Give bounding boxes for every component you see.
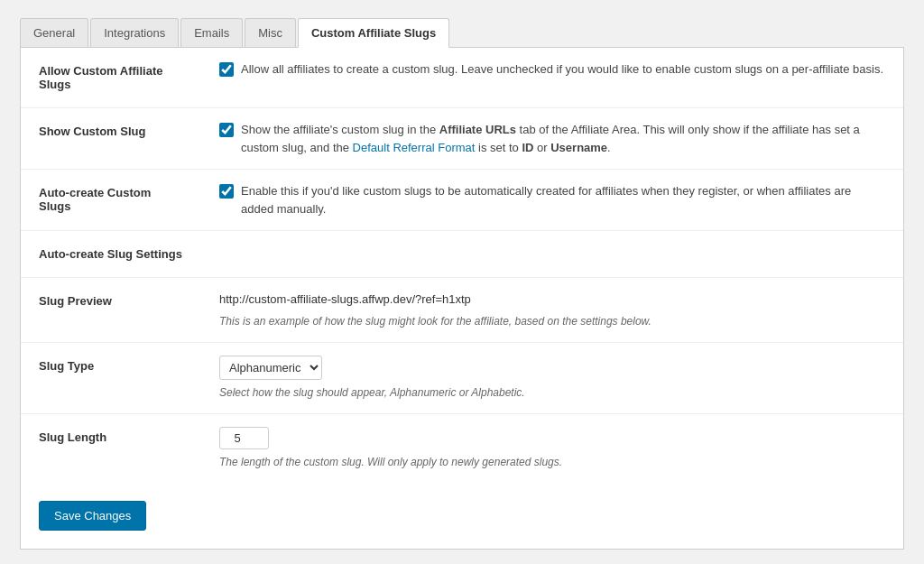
label-slug-preview: Slug Preview (21, 278, 201, 343)
nav-tabs: General Integrations Emails Misc Custom … (20, 18, 904, 48)
label-auto-create-settings: Auto-create Slug Settings (21, 231, 201, 278)
default-referral-format-link[interactable]: Default Referral Format (353, 141, 476, 154)
slug-length-input-wrap (219, 427, 885, 449)
auto-create-desc: Enable this if you'd like custom slugs t… (241, 182, 885, 217)
label-show-custom-slug: Show Custom Slug (21, 108, 201, 170)
row-auto-create-settings: Auto-create Slug Settings (21, 231, 903, 278)
settings-wrap: General Integrations Emails Misc Custom … (20, 18, 904, 550)
label-auto-create: Auto-create Custom Slugs (21, 170, 201, 231)
label-slug-type: Slug Type (21, 343, 201, 414)
slug-length-desc: The length of the custom slug. Will only… (219, 454, 885, 470)
username-bold: Username (550, 141, 607, 154)
save-changes-button[interactable]: Save Changes (39, 501, 146, 531)
cell-slug-type: Alphanumeric Alphabetic Select how the s… (201, 343, 903, 414)
tab-general[interactable]: General (20, 18, 88, 47)
slug-preview-desc: This is an example of how the slug might… (219, 315, 651, 328)
cell-auto-create: Enable this if you'd like custom slugs t… (201, 170, 903, 231)
cell-auto-create-settings (201, 231, 903, 278)
checkbox-row-auto-create: Enable this if you'd like custom slugs t… (219, 182, 885, 217)
tab-emails[interactable]: Emails (180, 18, 243, 47)
tab-misc[interactable]: Misc (245, 18, 296, 47)
settings-table: Allow Custom Affiliate Slugs Allow all a… (21, 48, 903, 483)
settings-panel: Allow Custom Affiliate Slugs Allow all a… (20, 48, 904, 550)
cell-slug-preview: http://custom-affiliate-slugs.affwp.dev/… (201, 278, 903, 343)
show-custom-slug-desc: Show the affiliate's custom slug in the … (241, 121, 885, 156)
affiliate-urls-bold: Affiliate URLs (439, 123, 516, 136)
cell-show-custom-slug: Show the affiliate's custom slug in the … (201, 108, 903, 170)
tab-custom-affiliate-slugs[interactable]: Custom Affiliate Slugs (298, 18, 449, 48)
slug-type-desc: Select how the slug should appear, Alpha… (219, 384, 885, 401)
checkbox-show-custom-slug[interactable] (219, 123, 234, 137)
row-slug-type: Slug Type Alphanumeric Alphabetic Select… (21, 343, 903, 414)
row-slug-length: Slug Length The length of the custom slu… (21, 414, 903, 484)
cell-slug-length: The length of the custom slug. Will only… (201, 414, 903, 484)
row-auto-create: Auto-create Custom Slugs Enable this if … (21, 170, 903, 231)
slug-length-input[interactable] (219, 427, 269, 449)
label-slug-length: Slug Length (21, 414, 201, 484)
slug-preview-url: http://custom-affiliate-slugs.affwp.dev/… (219, 291, 885, 309)
checkbox-row-allow-custom: Allow all affiliates to create a custom … (219, 60, 885, 79)
checkbox-row-show-custom-slug: Show the affiliate's custom slug in the … (219, 121, 885, 156)
row-allow-custom: Allow Custom Affiliate Slugs Allow all a… (21, 48, 903, 108)
label-allow-custom: Allow Custom Affiliate Slugs (21, 48, 201, 108)
cell-allow-custom: Allow all affiliates to create a custom … (201, 48, 903, 108)
row-show-custom-slug: Show Custom Slug Show the affiliate's cu… (21, 108, 903, 170)
allow-custom-desc: Allow all affiliates to create a custom … (241, 60, 883, 79)
row-slug-preview: Slug Preview http://custom-affiliate-slu… (21, 278, 903, 343)
checkbox-allow-custom[interactable] (219, 62, 234, 77)
id-bold: ID (522, 141, 533, 154)
slug-type-select[interactable]: Alphanumeric Alphabetic (219, 356, 322, 380)
checkbox-auto-create[interactable] (219, 184, 234, 199)
tab-integrations[interactable]: Integrations (90, 18, 179, 47)
